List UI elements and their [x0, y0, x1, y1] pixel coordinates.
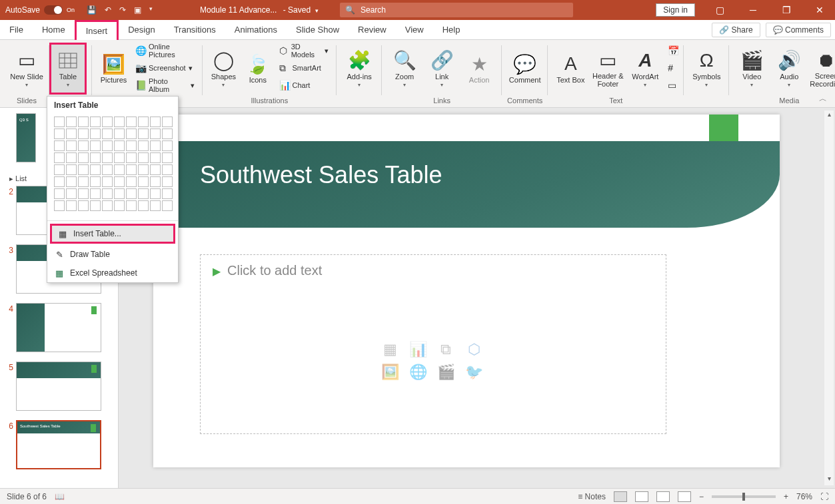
insert-video-icon[interactable]: 🎬 — [435, 363, 456, 381]
screen-recording-button[interactable]: ⏺Screen Recording — [809, 43, 835, 95]
grid-cell[interactable] — [138, 164, 149, 175]
grid-cell[interactable] — [138, 140, 149, 151]
reading-view-button[interactable] — [656, 491, 670, 502]
slide-thumb-5[interactable] — [16, 362, 101, 411]
zoom-out-button[interactable]: − — [699, 492, 704, 501]
grid-cell[interactable] — [66, 164, 77, 175]
grid-cell[interactable] — [114, 164, 125, 175]
online-pictures-button[interactable]: 🌐Online Pictures — [133, 43, 197, 59]
grid-cell[interactable] — [114, 200, 125, 211]
grid-cell[interactable] — [54, 152, 65, 163]
grid-cell[interactable] — [126, 128, 137, 139]
grid-cell[interactable] — [90, 200, 101, 211]
action-button[interactable]: ★Action — [462, 43, 496, 95]
grid-cell[interactable] — [66, 176, 77, 187]
grid-cell[interactable] — [54, 128, 65, 139]
grid-cell[interactable] — [102, 128, 113, 139]
new-slide-button[interactable]: ▭ New Slide▾ — [9, 43, 44, 95]
grid-cell[interactable] — [54, 176, 65, 187]
grid-cell[interactable] — [138, 200, 149, 211]
qat-more-icon[interactable]: ▾ — [149, 5, 153, 15]
grid-cell[interactable] — [150, 140, 161, 151]
grid-cell[interactable] — [102, 164, 113, 175]
close-button[interactable]: ✕ — [804, 0, 835, 20]
grid-cell[interactable] — [162, 140, 173, 151]
photo-album-button[interactable]: 📗Photo Album ▾ — [133, 77, 197, 93]
grid-cell[interactable] — [114, 152, 125, 163]
grid-cell[interactable] — [138, 117, 149, 127]
object-button[interactable]: ▭ — [665, 77, 678, 93]
text-box-button[interactable]: AText Box — [553, 43, 588, 95]
grid-cell[interactable] — [78, 176, 89, 187]
smartart-button[interactable]: ⧉SmartArt — [277, 60, 332, 76]
insert-picture-icon[interactable]: 🖼️ — [379, 363, 401, 381]
grid-cell[interactable] — [138, 128, 149, 139]
grid-cell[interactable] — [138, 152, 149, 163]
grid-cell[interactable] — [126, 164, 137, 175]
shapes-button[interactable]: ◯Shapes▾ — [208, 43, 239, 95]
icons-button[interactable]: 🍃Icons — [242, 43, 273, 95]
slide-thumb-4[interactable] — [16, 303, 101, 352]
tab-slideshow[interactable]: Slide Show — [287, 20, 349, 40]
grid-cell[interactable] — [150, 176, 161, 187]
vertical-scrollbar[interactable]: ▴▾ — [824, 111, 834, 485]
grid-cell[interactable] — [102, 152, 113, 163]
grid-cell[interactable] — [90, 140, 101, 151]
grid-cell[interactable] — [78, 117, 89, 127]
grid-cell[interactable] — [66, 117, 77, 127]
grid-cell[interactable] — [78, 152, 89, 163]
grid-cell[interactable] — [90, 152, 101, 163]
grid-cell[interactable] — [66, 128, 77, 139]
insert-3d-icon[interactable]: ⬡ — [463, 340, 484, 359]
grid-cell[interactable] — [102, 188, 113, 199]
insert-table-icon[interactable]: ▦ — [379, 340, 401, 359]
slideshow-view-button[interactable] — [678, 491, 691, 502]
grid-cell[interactable] — [162, 152, 173, 163]
grid-cell[interactable] — [54, 200, 65, 211]
grid-cell[interactable] — [150, 117, 161, 127]
addins-button[interactable]: 🧩Add-ins▾ — [342, 43, 377, 95]
ribbon-display-icon[interactable]: ▢ — [704, 0, 735, 20]
zoom-button[interactable]: 🔍Zoom▾ — [387, 43, 422, 95]
grid-cell[interactable] — [126, 117, 137, 127]
grid-cell[interactable] — [90, 188, 101, 199]
minimize-button[interactable]: ─ — [738, 0, 768, 20]
tab-review[interactable]: Review — [349, 20, 396, 40]
comment-button[interactable]: 💬Comment — [508, 43, 542, 95]
search-input[interactable] — [361, 5, 460, 15]
excel-spreadsheet-menuitem[interactable]: ▦ Excel Spreadsheet — [47, 264, 178, 282]
grid-cell[interactable] — [126, 152, 137, 163]
grid-cell[interactable] — [78, 164, 89, 175]
autosave-toggle[interactable]: AutoSave On — [0, 5, 80, 15]
grid-cell[interactable] — [90, 176, 101, 187]
redo-icon[interactable]: ↷ — [119, 5, 126, 15]
grid-cell[interactable] — [114, 176, 125, 187]
zoom-level[interactable]: 76% — [796, 492, 812, 501]
insert-chart-icon[interactable]: 📊 — [407, 340, 428, 359]
table-button[interactable]: Table▾ — [49, 43, 87, 95]
tab-file[interactable]: File — [0, 20, 33, 40]
insert-online-picture-icon[interactable]: 🌐 — [407, 363, 428, 381]
grid-cell[interactable] — [66, 152, 77, 163]
grid-cell[interactable] — [78, 128, 89, 139]
save-status[interactable]: - Saved — [283, 5, 311, 15]
content-placeholder[interactable]: ▶Click to add text ▦ 📊 ⧉ ⬡ 🖼️ 🌐 🎬 🐦 — [200, 254, 666, 434]
grid-cell[interactable] — [162, 200, 173, 211]
slide-indicator[interactable]: Slide 6 of 6 — [7, 492, 47, 501]
grid-cell[interactable] — [78, 140, 89, 151]
tab-view[interactable]: View — [396, 20, 433, 40]
grid-cell[interactable] — [114, 117, 125, 127]
spell-check-icon[interactable]: 📖 — [55, 492, 65, 501]
table-size-grid[interactable] — [47, 114, 178, 218]
3d-models-button[interactable]: ⬡3D Models ▾ — [277, 43, 332, 59]
grid-cell[interactable] — [126, 200, 137, 211]
grid-cell[interactable] — [78, 200, 89, 211]
grid-cell[interactable] — [90, 164, 101, 175]
grid-cell[interactable] — [162, 164, 173, 175]
slide-thumb-1[interactable]: Q3 S — [16, 113, 36, 162]
grid-cell[interactable] — [54, 164, 65, 175]
wordart-button[interactable]: AWordArt▾ — [628, 43, 662, 95]
sign-in-button[interactable]: Sign in — [656, 3, 695, 17]
grid-cell[interactable] — [150, 200, 161, 211]
comments-button[interactable]: 💬 Comments — [766, 23, 831, 37]
